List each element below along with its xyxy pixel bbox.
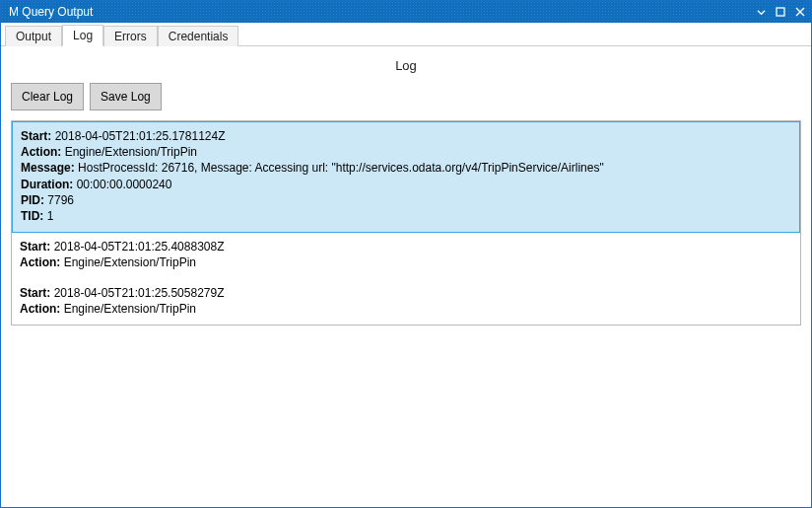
tab-body: Log Clear Log Save Log Start: 2018-04-05… xyxy=(1,46,811,507)
value-start: 2018-04-05T21:01:25.4088308Z xyxy=(54,240,225,254)
value-action: Engine/Extension/TripPin xyxy=(64,255,196,269)
svg-rect-0 xyxy=(777,8,784,16)
log-entry[interactable]: Start: 2018-04-05T21:01:25.1781124Z Acti… xyxy=(12,121,800,233)
label-action: Action: xyxy=(21,145,61,159)
label-duration: Duration: xyxy=(21,178,73,191)
log-entry[interactable]: Start: 2018-04-05T21:01:25.5058279Z Acti… xyxy=(12,279,800,325)
label-start: Start: xyxy=(20,240,50,254)
page-title: Log xyxy=(9,46,803,83)
label-tid: TID: xyxy=(21,209,43,223)
value-message: HostProcessId: 26716, Message: Accessing… xyxy=(78,161,604,175)
tab-output[interactable]: Output xyxy=(5,26,62,46)
value-start: 2018-04-05T21:01:25.5058279Z xyxy=(54,286,225,300)
label-pid: PID: xyxy=(21,193,44,207)
window-title: M Query Output xyxy=(9,5,754,19)
tab-credentials[interactable]: Credentials xyxy=(158,26,239,46)
value-action: Engine/Extension/TripPin xyxy=(65,145,197,159)
close-icon[interactable] xyxy=(793,5,807,19)
label-start: Start: xyxy=(20,286,50,300)
label-message: Message: xyxy=(21,161,75,175)
dropdown-icon[interactable] xyxy=(754,5,768,19)
log-list[interactable]: Start: 2018-04-05T21:01:25.1781124Z Acti… xyxy=(11,120,801,326)
value-action: Engine/Extension/TripPin xyxy=(64,302,196,316)
label-action: Action: xyxy=(20,255,60,269)
tab-errors[interactable]: Errors xyxy=(103,26,158,46)
label-start: Start: xyxy=(21,129,51,143)
value-tid: 1 xyxy=(47,209,54,223)
tab-log[interactable]: Log xyxy=(62,25,103,46)
value-pid: 7796 xyxy=(47,193,74,207)
toolbar: Clear Log Save Log xyxy=(9,83,803,120)
value-duration: 00:00:00.0000240 xyxy=(77,178,172,191)
titlebar[interactable]: M Query Output xyxy=(1,1,811,23)
value-start: 2018-04-05T21:01:25.1781124Z xyxy=(55,129,226,143)
label-action: Action: xyxy=(20,302,60,316)
clear-log-button[interactable]: Clear Log xyxy=(11,83,84,110)
window-controls xyxy=(754,5,807,19)
save-log-button[interactable]: Save Log xyxy=(90,83,162,110)
window-frame: M Query Output Output Log Errors Credent… xyxy=(0,0,812,508)
maximize-icon[interactable] xyxy=(774,5,787,19)
log-entry[interactable]: Start: 2018-04-05T21:01:25.4088308Z Acti… xyxy=(12,233,800,278)
tabstrip: Output Log Errors Credentials xyxy=(1,23,811,46)
